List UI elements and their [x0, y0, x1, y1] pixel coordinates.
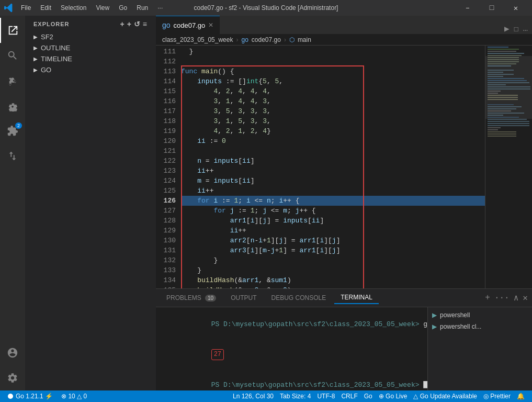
status-tab-size[interactable]: Tab Size: 4	[277, 393, 314, 400]
minimap[interactable]	[485, 46, 532, 288]
code-line-135: buildHash(&arr2, &sum2)	[181, 285, 485, 288]
more-actions-icon[interactable]: …	[523, 24, 528, 34]
status-bar: Go 1.21.1 ⚡ ⊗ 10 △ 0 Ln 126, Col 30 Tab …	[0, 390, 532, 402]
status-language[interactable]: Go	[361, 393, 376, 400]
code-editor[interactable]: } func main() { inputs := []int{5, 5, 4,…	[181, 46, 485, 288]
menu-file[interactable]: File	[17, 3, 35, 13]
svg-rect-6	[488, 59, 519, 60]
svg-rect-7	[488, 61, 519, 62]
code-line-127: for j := 1; j <= m; j++ {	[181, 206, 485, 216]
code-line-128: arr1[i][j] = inputs[ii]	[181, 216, 485, 226]
code-line-120: ii := 0	[181, 136, 485, 146]
code-line-112	[181, 57, 485, 66]
activity-settings[interactable]	[0, 365, 25, 390]
editor-content[interactable]: 111 112 113 114 115 116 117 118 119 120 …	[156, 46, 485, 288]
breadcrumb-symbol[interactable]: main	[298, 36, 311, 43]
menu-more[interactable]: ···	[153, 3, 167, 13]
status-notifications[interactable]: 🔔	[514, 393, 528, 400]
menu-go[interactable]: Go	[115, 3, 131, 13]
close-button[interactable]: ✕	[504, 0, 528, 16]
panel-tab-terminal[interactable]: TERMINAL	[334, 292, 379, 304]
svg-rect-11	[488, 72, 503, 73]
status-encoding[interactable]: UTF-8	[314, 393, 338, 400]
add-terminal-icon[interactable]: +	[485, 293, 490, 303]
svg-rect-40	[488, 136, 516, 137]
maximize-button[interactable]: □	[480, 0, 504, 16]
code-line-130: arr2[n-i+1][j] = arr1[i][j]	[181, 236, 485, 245]
sidebar-item-timeline[interactable]: ▶ TIMELINE	[25, 53, 156, 64]
status-go-update[interactable]: △ Go Update Available	[410, 393, 480, 400]
run-icon[interactable]: ▶	[504, 24, 510, 34]
breadcrumb-file-icon: go	[241, 36, 248, 43]
svg-rect-5	[488, 57, 519, 58]
new-folder-icon[interactable]: +	[127, 20, 132, 28]
activity-explorer[interactable]	[0, 18, 25, 43]
status-go-version[interactable]: Go 1.21.1 ⚡	[4, 393, 56, 400]
output-number-badge: 27	[211, 349, 224, 360]
sidebar-header: EXPLORER + + ↺ ≡	[25, 16, 156, 30]
menu-edit[interactable]: Edit	[36, 3, 55, 13]
terminal-content[interactable]: PS D:\mysetup\gopath\src\sf2\class_2023_…	[156, 307, 427, 390]
status-prettier[interactable]: ◎ Prettier	[480, 393, 514, 400]
svg-rect-25	[488, 104, 514, 105]
breadcrumb-folder[interactable]: class_2023_05_05_week	[162, 36, 233, 43]
app-body: 2 EXPLORER + + ↺ ≡ ▶ S	[0, 16, 532, 390]
refresh-icon[interactable]: ↺	[134, 20, 141, 28]
panel-tab-debug-console[interactable]: DEBUG CONSOLE	[265, 292, 333, 304]
minimize-button[interactable]: –	[456, 0, 480, 16]
code-line-125: ii++	[181, 186, 485, 196]
status-line-ending[interactable]: CRLF	[338, 393, 360, 400]
breadcrumb-file[interactable]: code07.go	[252, 36, 281, 43]
activity-search[interactable]	[0, 43, 25, 68]
sidebar-item-outline[interactable]: ▶ OUTLINE	[25, 42, 156, 53]
status-position[interactable]: Ln 126, Col 30	[230, 393, 277, 400]
panel-tab-output[interactable]: OUTPUT	[224, 292, 263, 304]
sidebar-item-go[interactable]: ▶ GO	[25, 64, 156, 75]
powershell-tab-1[interactable]: ▶ powershell	[428, 309, 532, 321]
panel-content-area: PS D:\mysetup\gopath\src\sf2\class_2023_…	[156, 307, 532, 390]
svg-rect-33	[488, 121, 529, 122]
status-go-live[interactable]: ⊕ Go Live	[376, 393, 411, 400]
split-editor-icon[interactable]: ☐	[514, 24, 519, 34]
activity-account[interactable]	[0, 340, 25, 365]
panel-tab-problems[interactable]: PROBLEMS 10	[160, 292, 222, 304]
svg-rect-21	[488, 93, 498, 94]
svg-rect-17	[488, 84, 506, 85]
menu-bar: File Edit Selection View Go Run ···	[17, 3, 167, 13]
powershell-icon: ▶	[432, 323, 437, 330]
menu-run[interactable]: Run	[132, 3, 152, 13]
panel-close-icon[interactable]: ✕	[523, 293, 528, 303]
editor-tab-code07[interactable]: go code07.go ✕	[156, 16, 220, 34]
menu-view[interactable]: View	[92, 3, 114, 13]
activity-extensions[interactable]: 2	[0, 118, 25, 143]
code-line-113: func main() {	[181, 66, 485, 76]
code-line-132: }	[181, 255, 485, 265]
tab-close-button[interactable]: ✕	[208, 21, 213, 29]
status-errors[interactable]: ⊗ 10 △ 0	[58, 393, 90, 400]
svg-rect-4	[488, 55, 522, 56]
svg-rect-2	[488, 51, 516, 52]
code-line-118: 3, 1, 5, 3, 3,	[181, 116, 485, 126]
panel-side: ▶ powershell ▶ powershell cl...	[427, 307, 532, 390]
svg-rect-12	[488, 74, 514, 75]
powershell-tab-2[interactable]: ▶ powershell cl...	[428, 321, 532, 332]
svg-rect-15	[488, 80, 527, 81]
sidebar-item-sf2[interactable]: ▶ SF2	[25, 31, 156, 42]
code-line-114: inputs := []int{5, 5,	[181, 76, 485, 86]
activity-source-control[interactable]	[0, 68, 25, 93]
collapse-icon[interactable]: ≡	[143, 20, 148, 28]
window-controls: – □ ✕	[456, 0, 528, 16]
svg-rect-22	[488, 95, 518, 96]
svg-rect-39	[488, 133, 516, 135]
panel-more-icon[interactable]: ···	[494, 293, 510, 303]
status-right: Ln 126, Col 30 Tab Size: 4 UTF-8 CRLF Go…	[230, 393, 528, 400]
activity-test[interactable]	[0, 143, 25, 169]
line-numbers: 111 112 113 114 115 116 117 118 119 120 …	[156, 46, 181, 288]
svg-rect-38	[488, 131, 516, 132]
new-file-icon[interactable]: +	[120, 20, 124, 28]
panel-chevron-up-icon[interactable]: ∧	[514, 293, 519, 303]
activity-run-debug[interactable]	[0, 93, 25, 118]
code-line-121	[181, 146, 485, 156]
go-file-icon: go	[162, 21, 171, 29]
menu-selection[interactable]: Selection	[56, 3, 90, 13]
